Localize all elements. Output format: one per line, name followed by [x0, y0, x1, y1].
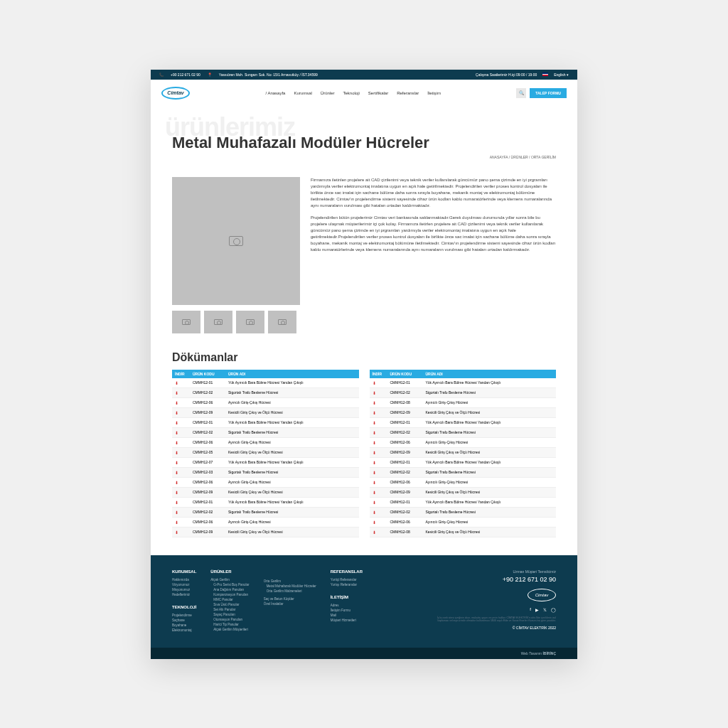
talep-formu-button[interactable]: TALEP FORMU — [530, 88, 567, 98]
search-button[interactable]: 🔍 — [516, 88, 526, 98]
instagram-icon[interactable]: ◯ — [551, 607, 556, 612]
pdf-download[interactable]: ⬇ — [370, 478, 387, 487]
nav-kurumsal[interactable]: Kurumsal — [294, 91, 311, 95]
nav-sertifikalar[interactable]: Sertifikalar — [368, 91, 388, 95]
footer-link[interactable]: Orta Gerilim Malzemeleri — [267, 589, 316, 593]
product-name: Yük Ayırıcılı Bara Bölme Hücresi Yandan … — [225, 498, 359, 507]
nav-urunler[interactable]: Ürünler — [321, 91, 335, 95]
pdf-download[interactable]: ⬇ — [370, 488, 387, 497]
nav-anasayfa[interactable]: / Anasayfa — [265, 91, 285, 95]
footer-link[interactable]: Hakkımızda — [172, 578, 196, 582]
table-row: ⬇CMMH12-01Yük Ayırıcılı Bara Bölme Hücre… — [370, 498, 557, 508]
pdf-download[interactable]: ⬇ — [172, 488, 190, 497]
footer-link[interactable]: İletişim Formu — [331, 609, 363, 612]
pdf-download[interactable]: ⬇ — [172, 428, 190, 437]
pdf-download[interactable]: ⬇ — [370, 408, 387, 417]
thumb-1[interactable] — [172, 311, 200, 333]
footer-link[interactable]: Otomasyon Panoları — [213, 618, 249, 621]
search-icon: 🔍 — [519, 90, 524, 95]
thumb-4[interactable] — [268, 311, 296, 333]
footer-link[interactable]: Özel İmalatlar — [264, 602, 316, 606]
footer-link[interactable]: Yurtiçi Referanslar — [331, 578, 363, 582]
pdf-download[interactable]: ⬇ — [172, 398, 190, 407]
footer-link[interactable]: Yurtışı Referanslar — [331, 583, 363, 587]
pdf-download[interactable]: ⬇ — [370, 378, 387, 387]
logo[interactable]: Cimtav — [161, 87, 190, 100]
footer-link[interactable]: Sayaç Panoları — [213, 613, 249, 616]
footer-link[interactable]: Boyahane — [172, 623, 196, 627]
footer-link[interactable]: Projelendirme — [172, 614, 196, 617]
pdf-download[interactable]: ⬇ — [370, 418, 387, 427]
pdf-download[interactable]: ⬇ — [370, 438, 387, 447]
breadcrumb-home[interactable]: ANASAYFA / — [490, 155, 510, 159]
pdf-download[interactable]: ⬇ — [370, 458, 387, 467]
footer-link[interactable]: G-Pro Serisi Boş Panolar — [213, 583, 249, 587]
main-image[interactable] — [172, 177, 300, 305]
pdf-download[interactable]: ⬇ — [172, 518, 190, 527]
pdf-download[interactable]: ⬇ — [172, 438, 190, 447]
pdf-download[interactable]: ⬇ — [370, 468, 387, 477]
footer-link[interactable]: Alçak Gerilim Müşterileri — [213, 628, 249, 631]
pdf-download[interactable]: ⬇ — [172, 508, 190, 517]
table-row: ⬇CMMH12-05Kesicili Giriş Çıkış ve Ölçü H… — [172, 448, 359, 458]
footer-link[interactable]: Adres — [331, 604, 363, 607]
product-code: CMMH12-09 — [190, 528, 225, 537]
description: Firmamıza iletinlen projelere ait CAD çi… — [311, 177, 556, 333]
footer-link[interactable]: Elektromontaj — [172, 628, 196, 632]
breadcrumb-urunler[interactable]: ÜRÜNLER / — [511, 155, 530, 159]
footer-link[interactable]: Alçak Gerilim — [210, 578, 249, 582]
pdf-download[interactable]: ⬇ — [172, 408, 190, 417]
product-name: Ayırıcılı Giriş-Çıkış Hücresi — [225, 518, 359, 527]
pdf-download[interactable]: ⬇ — [172, 388, 190, 397]
footer-link[interactable]: Hedeflerimiz — [172, 593, 196, 596]
footer-link[interactable]: Saçhane — [172, 619, 196, 622]
footer-phone[interactable]: +90 212 671 02 90 — [428, 576, 556, 583]
footer-link[interactable]: Saç ve Beton Köşkler — [264, 597, 316, 601]
footer-link[interactable]: Set Altı Panolar — [213, 608, 249, 611]
product-code: CMMH12-06 — [190, 438, 225, 447]
footer-link[interactable]: Sıva Üstü Panolar — [213, 603, 249, 606]
youtube-icon[interactable]: ▶ — [535, 607, 539, 612]
thumb-3[interactable] — [236, 311, 264, 333]
nav-teknoloji[interactable]: Teknoloji — [343, 91, 360, 95]
footer-link[interactable]: Orta Gerilim — [264, 579, 316, 583]
pdf-download[interactable]: ⬇ — [172, 418, 190, 427]
pdf-icon: ⬇ — [373, 500, 376, 505]
pdf-download[interactable]: ⬇ — [370, 518, 387, 527]
footer-link[interactable]: Kompanzasyon Panoları — [213, 593, 249, 596]
footer-bottom: Web Tasarım İBİRİNÇ — [151, 648, 577, 659]
footer-link[interactable]: Misyonumuz — [172, 588, 196, 592]
footer-link[interactable]: Ana Dağıtım Panoları — [213, 588, 249, 592]
pdf-download[interactable]: ⬇ — [172, 458, 190, 467]
pdf-download[interactable]: ⬇ — [172, 468, 190, 477]
pdf-download[interactable]: ⬇ — [370, 448, 387, 457]
footer-link[interactable]: Metal Muhafazalı Modüler Hücreler — [267, 584, 316, 588]
web-by-name[interactable]: İBİRİNÇ — [542, 651, 556, 655]
facebook-icon[interactable]: f — [530, 607, 531, 612]
pdf-download[interactable]: ⬇ — [172, 448, 190, 457]
pdf-icon: ⬇ — [175, 481, 178, 485]
product-name: Yük Ayırıcılı Bara Bölme Hücresi Yandan … — [225, 418, 359, 427]
pdf-download[interactable]: ⬇ — [370, 388, 387, 397]
lang-select[interactable]: English ▾ — [554, 73, 569, 77]
nav-referanslar[interactable]: Referanslar — [397, 91, 419, 95]
footer-link[interactable]: Müşteri Hizmetleri — [331, 619, 363, 622]
twitter-icon[interactable]: 𝕏 — [543, 607, 547, 612]
footer-link[interactable]: Harici Tip Panolar — [213, 623, 249, 626]
product-name: Sigortalı Trafo Besleme Hücresi — [225, 508, 359, 517]
footer-link[interactable]: MMC Panolar — [213, 598, 249, 601]
pdf-download[interactable]: ⬇ — [172, 498, 190, 507]
footer-link[interactable]: Mail — [331, 614, 363, 617]
thumb-2[interactable] — [204, 311, 232, 333]
pdf-download[interactable]: ⬇ — [172, 528, 190, 537]
footer-link[interactable]: Vizyonumuz — [172, 583, 196, 587]
pdf-download[interactable]: ⬇ — [172, 378, 190, 387]
pdf-download[interactable]: ⬇ — [370, 398, 387, 407]
pdf-download[interactable]: ⬇ — [370, 508, 387, 517]
pdf-download[interactable]: ⬇ — [370, 528, 387, 537]
pdf-download[interactable]: ⬇ — [370, 498, 387, 507]
nav-iletisim[interactable]: İletişim — [427, 91, 441, 95]
pdf-download[interactable]: ⬇ — [172, 478, 190, 487]
product-name: Sigortalı Trafo Besleme Hücresi — [225, 388, 359, 397]
pdf-download[interactable]: ⬇ — [370, 428, 387, 437]
